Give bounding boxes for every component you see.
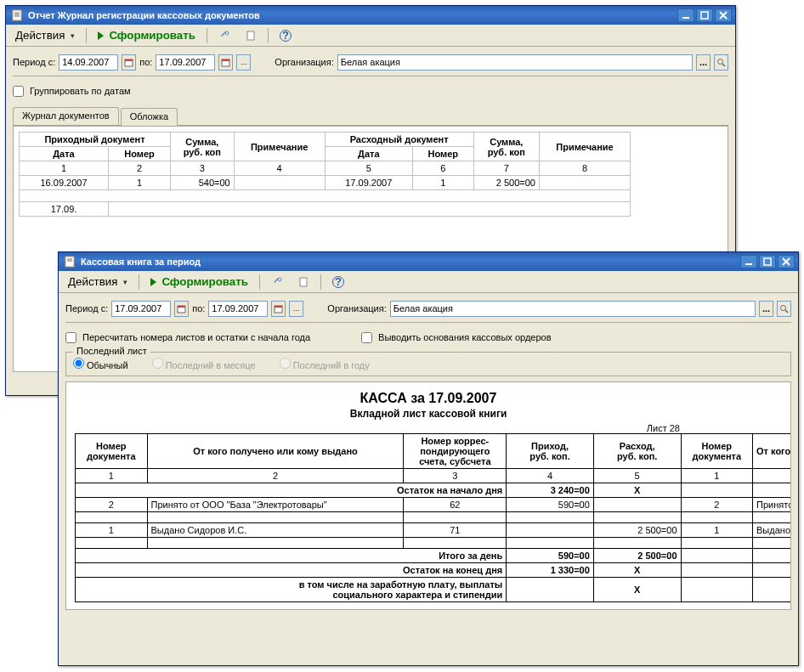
total-row: Итого за день 590=00 2 500=00 [76, 549, 792, 563]
org-select-button-2[interactable]: ... [759, 301, 773, 317]
date-from-input-2[interactable]: 17.09.2007 [111, 301, 171, 317]
org-label-2: Организация: [327, 303, 386, 313]
toolbar-separator [207, 28, 207, 43]
svg-rect-9 [247, 31, 254, 40]
calendar-icon [221, 58, 230, 67]
col-corr: Номер коррес- пондирующего счета, субсче… [404, 434, 507, 469]
actions-dropdown-2[interactable]: Действия [62, 274, 133, 291]
settings-button-1[interactable] [239, 27, 263, 44]
table-row[interactable]: 1 Выдано Сидоров И.С. 71 2 500=00 1 Выда… [76, 523, 792, 538]
help-button-2[interactable]: ? [326, 274, 350, 291]
period-from-label-1: Период с: [13, 57, 55, 67]
toolbar-1: Действия Сформировать ? [6, 25, 735, 47]
radio-year: Последний в году [280, 358, 370, 370]
calendar-button-from-1[interactable] [122, 54, 136, 71]
radio-year-input [280, 358, 291, 369]
close-button-1[interactable] [715, 8, 732, 22]
sheet-title: КАССА за 17.09.2007 [75, 391, 782, 406]
calendar-icon [274, 304, 283, 313]
svg-rect-28 [275, 306, 282, 308]
period-button-1[interactable]: ... [236, 54, 251, 71]
help-button-1[interactable]: ? [274, 27, 297, 44]
col-from-to: От кого получено или кому выдано [147, 434, 404, 469]
toolbar-separator [259, 274, 260, 290]
org-open-button-2[interactable] [777, 301, 791, 317]
col-sum-1: Сумма, руб. коп [170, 133, 234, 161]
col-date-2: Дата [325, 147, 412, 161]
window-title-2: Кассовая книга за период [81, 257, 740, 267]
group-by-dates-checkbox[interactable] [13, 86, 24, 97]
report-icon [64, 256, 76, 268]
magnifier-icon [716, 58, 726, 67]
svg-rect-5 [701, 12, 708, 19]
calendar-icon [124, 58, 133, 67]
date-to-input-2[interactable]: 17.09.2007 [208, 301, 268, 317]
col-num-2: Номер [412, 147, 473, 161]
help-icon: ? [280, 30, 292, 42]
generate-label-2: Сформировать [161, 275, 248, 288]
col-income-doc: Приходный документ [20, 133, 171, 147]
svg-rect-24 [300, 278, 307, 286]
org-open-button-1[interactable] [714, 54, 728, 71]
table-row[interactable]: 2 Принято от ООО "База "Электротовары" 6… [76, 498, 792, 512]
recalc-checkbox-row[interactable]: Пересчитать номера листов и остатки с на… [65, 328, 310, 347]
sheet-number: Лист 28 [75, 423, 782, 433]
cash-book-table: Номер документа От кого получено или ком… [75, 433, 791, 602]
date-from-input-1[interactable]: 14.09.2007 [59, 54, 118, 71]
period-to-label-1: по: [139, 57, 152, 67]
calendar-button-to-1[interactable] [218, 54, 233, 71]
table-blank-row [76, 512, 792, 523]
radio-month-input [152, 358, 163, 369]
minimize-button-2[interactable] [740, 255, 757, 268]
settings-button-2[interactable] [292, 274, 315, 291]
maximize-button-2[interactable] [759, 255, 776, 268]
generate-button-2[interactable]: Сформировать [144, 274, 254, 291]
actions-label-1: Действия [15, 29, 65, 42]
config-button-1[interactable] [212, 27, 236, 44]
table-row[interactable]: 17.09. [20, 202, 631, 217]
cash-book-sheet[interactable]: КАССА за 17.09.2007 Вкладной лист кассов… [65, 381, 791, 610]
maximize-button-1[interactable] [696, 8, 713, 22]
output-checkbox[interactable] [361, 332, 372, 343]
window-cash-book: Кассовая книга за период Действия Сформи… [58, 251, 799, 666]
period-button-2[interactable]: ... [289, 301, 303, 317]
actions-dropdown-1[interactable]: Действия [9, 27, 81, 44]
titlebar-2[interactable]: Кассовая книга за период [59, 252, 798, 271]
content-area-2: Период с: 17.09.2007 по: 17.09.2007 ... … [59, 293, 798, 617]
output-checkbox-row[interactable]: Выводить основания кассовых ордеров [361, 328, 551, 347]
svg-line-15 [722, 64, 725, 66]
generate-button-1[interactable]: Сформировать [92, 27, 201, 44]
tab-journal[interactable]: Журнал документов [13, 107, 119, 125]
recalc-checkbox[interactable] [65, 332, 76, 343]
radio-normal[interactable]: Обычный [73, 358, 128, 370]
titlebar-1[interactable]: Отчет Журнал регистрации кассовых докуме… [6, 6, 735, 25]
col-doc-num: Номер документа [76, 434, 148, 469]
org-select-button-1[interactable]: ... [696, 54, 711, 71]
window-title-1: Отчет Журнал регистрации кассовых докуме… [28, 10, 677, 20]
minimize-button-1[interactable] [677, 8, 694, 22]
last-sheet-group: Последний лист Обычный Последний в месяц… [65, 352, 791, 376]
table-colnum-row: 1 2 3 4 5 1 [76, 469, 792, 483]
svg-rect-13 [222, 59, 229, 61]
org-input-1[interactable]: Белая акация [337, 54, 693, 71]
svg-rect-16 [65, 257, 74, 267]
tab-cover[interactable]: Обложка [121, 108, 178, 126]
calendar-button-to-2[interactable] [271, 301, 286, 317]
svg-point-29 [781, 305, 786, 310]
date-to-input-1[interactable]: 17.09.2007 [156, 54, 215, 71]
org-input-2[interactable]: Белая акация [390, 301, 756, 317]
page-icon [245, 30, 257, 42]
col-income: Приход, руб. коп. [507, 434, 594, 469]
ellipsis-icon: ... [762, 303, 770, 313]
period-to-label-2: по: [192, 303, 205, 313]
table-row[interactable]: 16.09.2007 1 540=00 17.09.2007 1 2 500=0… [20, 176, 631, 190]
toolbar-separator [139, 274, 139, 290]
calendar-button-from-2[interactable] [174, 301, 189, 317]
journal-table: Приходный документ Сумма, руб. коп Приме… [19, 132, 631, 217]
radio-normal-input[interactable] [73, 358, 84, 369]
config-button-2[interactable] [265, 274, 289, 291]
table-row[interactable] [20, 190, 631, 202]
close-button-2[interactable] [778, 255, 795, 268]
table-colnum-row: 1 2 3 4 5 6 7 8 [20, 161, 631, 176]
actions-label-2: Действия [68, 275, 117, 288]
